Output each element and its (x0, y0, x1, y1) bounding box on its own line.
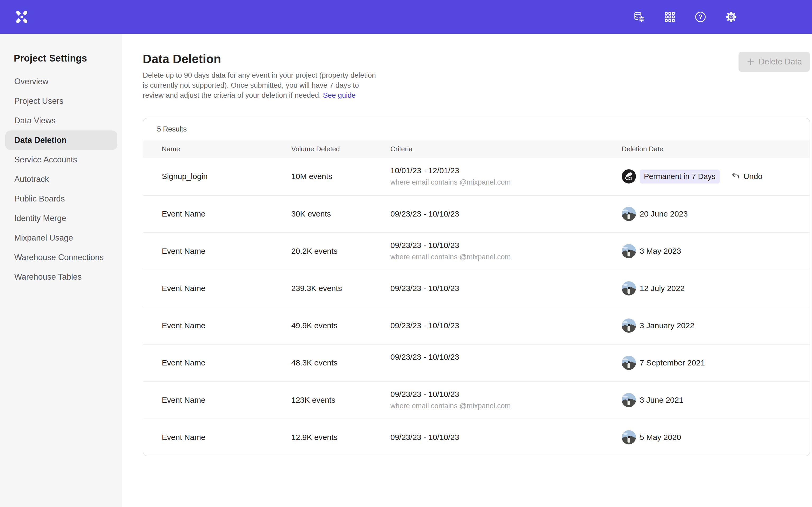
deletion-requests-card: 5 Results Name Volume Deleted Criteria D… (143, 118, 810, 456)
undo-label: Undo (744, 172, 763, 181)
avatar (622, 244, 636, 258)
results-count: 5 Results (143, 118, 810, 140)
deletion-date-text: 7 September 2021 (640, 358, 705, 367)
deletion-date-text: 20 June 2023 (640, 209, 688, 218)
criteria-date-range: 09/23/23 - 10/10/23 (391, 321, 622, 330)
sidebar-item-mixpanel-usage[interactable]: Mixpanel Usage (0, 228, 122, 248)
table-row: Event Name 20.2K events 09/23/23 - 10/10… (143, 232, 810, 270)
table-body: Signup_login 10M events 10/01/23 - 12/01… (143, 158, 810, 456)
criteria-cell: 09/23/23 - 10/10/23 (391, 284, 622, 293)
criteria-cell: 09/23/23 - 10/10/23 (391, 209, 622, 218)
event-name: Event Name (162, 433, 291, 442)
sidebar-nav: OverviewProject UsersData ViewsData Dele… (0, 72, 122, 287)
sidebar-item-data-views[interactable]: Data Views (0, 111, 122, 130)
deletion-date-text: 3 January 2022 (640, 321, 694, 330)
event-name: Event Name (162, 321, 291, 330)
criteria-cell: 09/23/23 - 10/10/23 (391, 321, 622, 330)
deletion-date-text: 5 May 2020 (640, 433, 681, 442)
project-settings-sidebar: Project Settings OverviewProject UsersDa… (0, 34, 122, 507)
delete-data-button[interactable]: Delete Data (739, 52, 810, 72)
sidebar-item-warehouse-connections[interactable]: Warehouse Connections (0, 248, 122, 267)
criteria-date-range: 09/23/23 - 10/10/23 (391, 390, 622, 399)
criteria-subtext: where email contains @mixpanel.com (391, 402, 622, 410)
avatar (622, 393, 636, 407)
page-header-text: Data Deletion Delete up to 90 days data … (143, 52, 380, 100)
deletion-date-cell: 7 September 2021 (622, 356, 810, 370)
volume-deleted: 239.3K events (291, 284, 391, 293)
volume-deleted: 48.3K events (291, 358, 391, 367)
event-name: Event Name (162, 284, 291, 293)
table-row: Event Name 49.9K events 09/23/23 - 10/10… (143, 307, 810, 344)
volume-deleted: 123K events (291, 396, 391, 404)
table-row: Event Name 239.3K events 09/23/23 - 10/1… (143, 270, 810, 307)
volume-deleted: 30K events (291, 209, 391, 218)
main-content: Data Deletion Delete up to 90 days data … (122, 34, 812, 507)
table-row: Event Name 30K events 09/23/23 - 10/10/2… (143, 195, 810, 232)
deletion-date-cell: 3 May 2023 (622, 244, 810, 258)
table-header-row: Name Volume Deleted Criteria Deletion Da… (143, 140, 810, 158)
event-name: Event Name (162, 396, 291, 404)
deletion-date-cell: 20 June 2023 (622, 207, 810, 221)
table-row: Event Name 123K events 09/23/23 - 10/10/… (143, 381, 810, 418)
sidebar-item-project-users[interactable]: Project Users (0, 91, 122, 111)
event-name: Event Name (162, 358, 291, 367)
table-row: Event Name 48.3K events 09/23/23 - 10/10… (143, 344, 810, 381)
undo-button[interactable]: Undo (731, 172, 763, 181)
criteria-subtext: where email contains @mixpanel.com (391, 178, 622, 187)
column-header-deletion-date: Deletion Date (622, 145, 810, 153)
page-title: Data Deletion (143, 52, 380, 66)
criteria-date-range: 09/23/23 - 10/10/23 (391, 241, 622, 250)
sidebar-item-overview[interactable]: Overview (0, 72, 122, 91)
svg-text:?: ? (699, 13, 703, 20)
criteria-date-range: 09/23/23 - 10/10/23 (391, 284, 622, 293)
settings-icon[interactable] (725, 11, 737, 23)
criteria-cell: 09/23/23 - 10/10/23where email contains … (391, 241, 622, 262)
criteria-cell: 09/23/23 - 10/10/23 (391, 433, 622, 442)
deletion-date-cell: 5 May 2020 (622, 430, 810, 444)
column-header-volume: Volume Deleted (291, 145, 391, 153)
help-icon[interactable]: ? (694, 11, 707, 23)
table-row: Signup_login 10M events 10/01/23 - 12/01… (143, 158, 810, 195)
sidebar-item-autotrack[interactable]: Autotrack (0, 170, 122, 189)
criteria-subtext (391, 365, 622, 373)
volume-deleted: 49.9K events (291, 321, 391, 330)
sidebar-item-identity-merge[interactable]: Identity Merge (0, 209, 122, 228)
criteria-date-range: 09/23/23 - 10/10/23 (391, 433, 622, 442)
column-header-criteria: Criteria (391, 145, 622, 153)
criteria-date-range: 09/23/23 - 10/10/23 (391, 352, 622, 361)
volume-deleted: 20.2K events (291, 247, 391, 256)
see-guide-link[interactable]: See guide (323, 91, 356, 99)
avatar (622, 207, 636, 221)
apps-grid-icon[interactable] (664, 11, 676, 23)
delete-data-button-label: Delete Data (759, 57, 802, 66)
sidebar-item-public-boards[interactable]: Public Boards (0, 189, 122, 209)
sidebar-item-data-deletion[interactable]: Data Deletion (5, 130, 117, 150)
event-name: Signup_login (162, 172, 291, 181)
undo-icon (731, 172, 741, 181)
avatar (622, 281, 636, 295)
deletion-date-text: 3 May 2023 (640, 247, 681, 256)
mixpanel-logo-icon[interactable] (15, 10, 29, 24)
deletion-date-cell: Permanent in 7 Days Undo (622, 169, 810, 183)
deletion-date-cell: 3 June 2021 (622, 393, 810, 407)
criteria-date-range: 10/01/23 - 12/01/23 (391, 166, 622, 175)
column-header-name: Name (162, 145, 291, 153)
sidebar-item-warehouse-tables[interactable]: Warehouse Tables (0, 267, 122, 287)
status-badge: Permanent in 7 Days (640, 170, 720, 183)
sidebar-item-service-accounts[interactable]: Service Accounts (0, 150, 122, 170)
deletion-date-text: 12 July 2022 (640, 284, 684, 293)
avatar (622, 430, 636, 444)
deletion-date-cell: 12 July 2022 (622, 281, 810, 295)
sidebar-title: Project Settings (14, 53, 122, 64)
avatar (622, 356, 636, 370)
volume-deleted: 12.9K events (291, 433, 391, 442)
avatar (622, 169, 636, 183)
top-bar: ? (0, 0, 812, 34)
topbar-icon-group: ? (633, 11, 737, 23)
criteria-cell: 10/01/23 - 12/01/23where email contains … (391, 166, 622, 187)
criteria-date-range: 09/23/23 - 10/10/23 (391, 209, 622, 218)
criteria-subtext: where email contains @mixpanel.com (391, 253, 622, 262)
criteria-cell: 09/23/23 - 10/10/23where email contains … (391, 390, 622, 410)
table-row: Event Name 12.9K events 09/23/23 - 10/10… (143, 418, 810, 456)
data-management-icon[interactable] (633, 11, 645, 23)
